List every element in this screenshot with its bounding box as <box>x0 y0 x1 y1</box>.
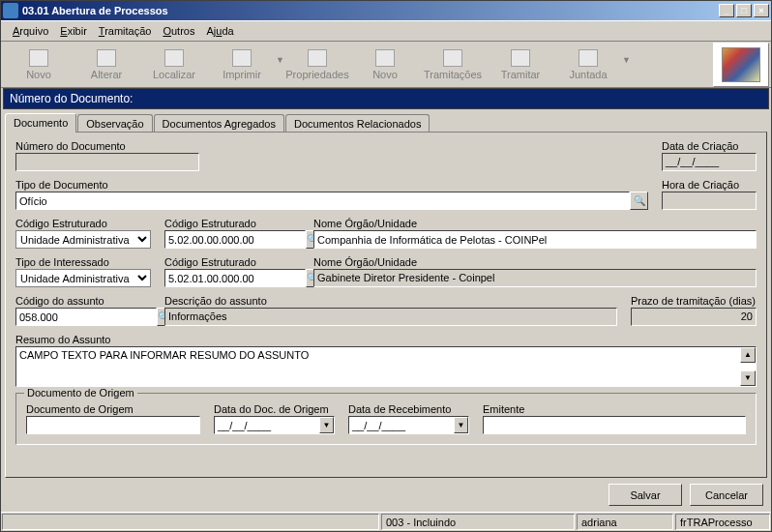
nome-orgao2-display: Gabinete Diretor Presidente - Coinpel <box>313 269 757 287</box>
tb-imprimir-drop[interactable]: ▼ <box>276 55 283 74</box>
data-criacao-display: __/__/____ <box>662 153 757 171</box>
tb-novo[interactable]: Novo <box>5 44 73 85</box>
tb-juntada[interactable]: Juntada <box>554 44 622 85</box>
search-icon <box>164 49 184 67</box>
tab-agregados[interactable]: Documentos Agregados <box>154 114 284 133</box>
data-doc-origem-input[interactable]: __/__/____▼ <box>214 416 335 434</box>
menu-ajuda[interactable]: Ajuda <box>200 23 239 39</box>
label-hora-criacao: Hora de Criação <box>662 179 757 191</box>
emitente-input[interactable] <box>483 416 746 434</box>
menubar: Arquivo Exibir Tramitação Outros Ajuda <box>1 20 771 42</box>
doc-origem-legend: Documento de Origem <box>24 387 137 399</box>
tab-relacionados[interactable]: Documentos Relacionados <box>285 114 430 133</box>
tab-panel-documento: Número do Documento Data de Criação __/_… <box>5 132 767 478</box>
tabstrip: Documento Observação Documentos Agregado… <box>1 109 771 132</box>
status-empty <box>2 514 379 530</box>
chevron-down-icon[interactable]: ▼ <box>319 417 334 433</box>
label-cod-estrut: Código Estruturado <box>15 218 151 229</box>
numero-doc-display <box>15 153 199 171</box>
status-mode: 003 - Incluindo <box>381 514 575 530</box>
cod-estrut1-input[interactable] <box>164 230 306 249</box>
resumo-scroll-up[interactable]: ▲ <box>740 347 756 363</box>
titlebar: 03.01 Abertura de Processos _ □ × <box>1 1 771 20</box>
edit-icon <box>97 49 116 67</box>
cod-estrut-select[interactable]: Unidade Administrativa <box>15 230 151 249</box>
attach-icon <box>579 49 598 67</box>
menu-tramitacao[interactable]: Tramitação <box>93 23 158 39</box>
document-number-header: Número do Documento: <box>3 88 769 109</box>
minimize-button[interactable]: _ <box>719 4 734 17</box>
label-resumo: Resumo do Assunto <box>15 334 757 345</box>
label-data-doc-origem: Data do Doc. de Origem <box>214 403 335 415</box>
menu-outros[interactable]: Outros <box>157 23 200 39</box>
cod-assunto-input[interactable] <box>15 308 157 326</box>
send-icon <box>511 49 530 67</box>
print-icon <box>232 49 252 67</box>
label-tipo-doc: Tipo de Documento <box>15 179 648 191</box>
label-emitente: Emitente <box>483 403 746 415</box>
flow-icon <box>443 49 462 67</box>
window-title: 03.01 Abertura de Processos <box>22 5 719 16</box>
app-icon <box>3 3 18 18</box>
statusbar: 003 - Incluindo adriana frTRAProcesso <box>1 512 771 531</box>
tipo-doc-lookup[interactable]: 🔍 <box>630 192 648 210</box>
tb-alterar[interactable]: Alterar <box>73 44 140 85</box>
tb-tramitacoes[interactable]: Tramitações <box>419 44 487 85</box>
menu-exibir[interactable]: Exibir <box>54 23 93 39</box>
org-logo <box>713 43 769 87</box>
data-recebimento-input[interactable]: __/__/____▼ <box>348 416 469 434</box>
cod-estrut2-input[interactable] <box>164 269 306 287</box>
chevron-down-icon[interactable]: ▼ <box>454 417 468 433</box>
label-data-recebimento: Data de Recebimento <box>348 403 469 415</box>
toolbar-row: Novo Alterar Localizar Imprimir ▼ Propri… <box>1 42 771 88</box>
label-tipo-interessado: Tipo de Interessado <box>15 256 151 268</box>
label-nome-orgao1: Nome Órgão/Unidade <box>313 218 757 229</box>
label-prazo: Prazo de tramitação (dias) <box>631 295 757 307</box>
maximize-button[interactable]: □ <box>736 4 752 17</box>
label-cod-assunto: Código do assunto <box>15 295 151 307</box>
label-desc-assunto: Descrição do assunto <box>164 295 617 307</box>
label-nome-orgao2: Nome Órgão/Unidade <box>313 256 757 268</box>
tb-juntada-drop[interactable]: ▼ <box>622 55 630 74</box>
tb-imprimir[interactable]: Imprimir <box>208 44 276 85</box>
menu-arquivo[interactable]: Arquivo <box>7 23 54 39</box>
cancelar-button[interactable]: Cancelar <box>690 484 763 506</box>
toolbar: Novo Alterar Localizar Imprimir ▼ Propri… <box>1 42 711 87</box>
tipo-interessado-select[interactable]: Unidade Administrativa <box>15 269 151 287</box>
new-icon <box>375 49 395 67</box>
resumo-scroll-down[interactable]: ▼ <box>740 370 756 386</box>
new-icon <box>29 49 48 67</box>
status-form: frTRAProcesso <box>675 514 770 530</box>
tb-propriedades[interactable]: Propriedades <box>283 44 351 85</box>
label-numero-doc: Número do Documento <box>15 140 199 152</box>
label-data-criacao: Data de Criação <box>662 140 757 152</box>
tab-documento[interactable]: Documento <box>5 113 76 133</box>
nome-orgao1-input[interactable] <box>313 230 757 249</box>
label-cod-estrut3: Código Estruturado <box>164 256 300 268</box>
properties-icon <box>308 49 327 67</box>
doc-origem-group: Documento de Origem Documento de Origem … <box>15 393 757 445</box>
resumo-textarea[interactable]: CAMPO TEXTO PARA INFORMAR RESUMO DO ASSU… <box>15 346 757 387</box>
label-doc-origem: Documento de Origem <box>26 403 200 415</box>
hora-criacao-display <box>662 192 757 210</box>
status-user: adriana <box>577 514 673 530</box>
desc-assunto-display: Informações <box>164 308 617 326</box>
close-button[interactable]: × <box>754 4 769 17</box>
doc-origem-input[interactable] <box>26 416 200 434</box>
tipo-doc-input[interactable] <box>15 192 630 210</box>
action-buttons: Salvar Cancelar <box>1 478 771 512</box>
tb-tramitar[interactable]: Tramitar <box>487 44 554 85</box>
label-cod-estrut2: Código Estruturado <box>164 218 300 229</box>
prazo-display: 20 <box>631 308 757 326</box>
tb-localizar[interactable]: Localizar <box>140 44 208 85</box>
app-window: 03.01 Abertura de Processos _ □ × Arquiv… <box>0 0 772 532</box>
tab-observacao[interactable]: Observação <box>77 114 152 133</box>
tb-novo2[interactable]: Novo <box>351 44 419 85</box>
salvar-button[interactable]: Salvar <box>609 484 682 506</box>
